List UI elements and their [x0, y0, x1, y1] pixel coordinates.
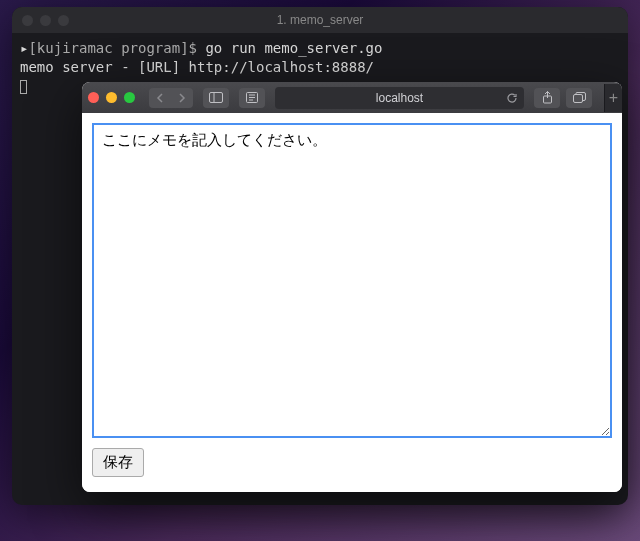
browser-window: localhost + 保存 — [82, 82, 622, 492]
close-icon[interactable] — [22, 15, 33, 26]
terminal-traffic-lights — [22, 15, 69, 26]
terminal-cursor — [20, 80, 27, 94]
memo-textarea[interactable] — [92, 123, 612, 438]
reader-button[interactable] — [239, 88, 265, 108]
maximize-icon[interactable] — [58, 15, 69, 26]
address-bar[interactable]: localhost — [275, 87, 524, 109]
close-icon[interactable] — [88, 92, 99, 103]
share-icon — [542, 91, 553, 104]
back-button[interactable] — [149, 88, 171, 108]
terminal-titlebar: 1. memo_server — [12, 7, 628, 33]
reader-icon — [246, 92, 258, 103]
nav-back-forward — [149, 88, 193, 108]
sidebar-icon — [209, 92, 223, 103]
terminal-command: go run memo_server.go — [197, 40, 382, 56]
page-body: 保存 — [82, 113, 622, 492]
minimize-icon[interactable] — [40, 15, 51, 26]
tabs-icon — [573, 92, 586, 103]
terminal-prompt: [kujiramac program]$ — [28, 40, 197, 56]
browser-toolbar: localhost + — [82, 82, 622, 113]
svg-rect-8 — [573, 95, 582, 103]
sidebar-button[interactable] — [203, 88, 229, 108]
svg-rect-0 — [210, 93, 223, 103]
chevron-left-icon — [156, 93, 164, 103]
address-text: localhost — [376, 91, 423, 105]
terminal-output: memo server - [URL] http://localhost:888… — [20, 58, 620, 77]
toolbar-right — [534, 88, 592, 108]
save-button[interactable]: 保存 — [92, 448, 144, 477]
reload-icon — [506, 92, 518, 104]
share-button[interactable] — [534, 88, 560, 108]
browser-traffic-lights — [88, 92, 135, 103]
chevron-right-icon — [178, 93, 186, 103]
newtab-button[interactable]: + — [604, 84, 622, 112]
minimize-icon[interactable] — [106, 92, 117, 103]
plus-icon: + — [609, 89, 618, 107]
forward-button[interactable] — [171, 88, 193, 108]
maximize-icon[interactable] — [124, 92, 135, 103]
reload-button[interactable] — [506, 92, 518, 104]
terminal-title: 1. memo_server — [12, 13, 628, 27]
tabs-button[interactable] — [566, 88, 592, 108]
